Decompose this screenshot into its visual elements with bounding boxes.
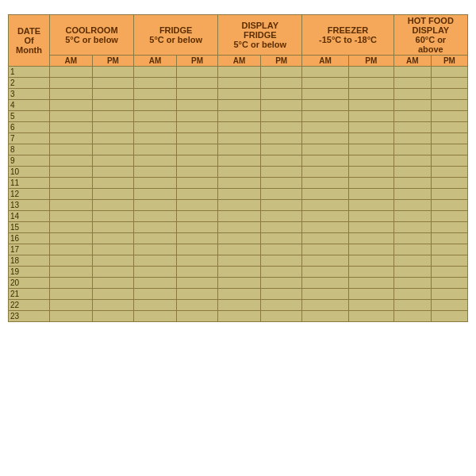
data-cell[interactable] xyxy=(176,211,217,222)
data-cell[interactable] xyxy=(260,78,301,89)
data-cell[interactable] xyxy=(393,289,431,300)
data-cell[interactable] xyxy=(176,300,217,311)
data-cell[interactable] xyxy=(176,144,217,155)
data-cell[interactable] xyxy=(348,211,393,222)
data-cell[interactable] xyxy=(431,78,467,89)
data-cell[interactable] xyxy=(134,200,177,211)
data-cell[interactable] xyxy=(393,133,431,144)
data-cell[interactable] xyxy=(302,89,348,100)
data-cell[interactable] xyxy=(431,122,467,133)
data-cell[interactable] xyxy=(431,267,467,278)
data-cell[interactable] xyxy=(302,67,348,78)
data-cell[interactable] xyxy=(348,89,393,100)
data-cell[interactable] xyxy=(260,289,301,300)
data-cell[interactable] xyxy=(50,178,93,189)
data-cell[interactable] xyxy=(92,300,133,311)
table-row[interactable]: 7 xyxy=(9,133,468,144)
data-cell[interactable] xyxy=(260,167,301,178)
data-cell[interactable] xyxy=(50,67,93,78)
data-cell[interactable] xyxy=(348,233,393,244)
data-cell[interactable] xyxy=(176,255,217,267)
data-cell[interactable] xyxy=(348,278,393,289)
data-cell[interactable] xyxy=(92,155,133,167)
data-cell[interactable] xyxy=(260,144,301,155)
data-cell[interactable] xyxy=(260,222,301,233)
data-cell[interactable] xyxy=(134,178,177,189)
data-cell[interactable] xyxy=(92,255,133,267)
data-cell[interactable] xyxy=(302,289,348,300)
table-row[interactable]: 18 xyxy=(9,255,468,267)
data-cell[interactable] xyxy=(348,122,393,133)
table-row[interactable]: 11 xyxy=(9,178,468,189)
data-cell[interactable] xyxy=(348,255,393,267)
data-cell[interactable] xyxy=(218,67,261,78)
data-cell[interactable] xyxy=(50,111,93,122)
data-cell[interactable] xyxy=(348,144,393,155)
data-cell[interactable] xyxy=(50,78,93,89)
data-cell[interactable] xyxy=(218,111,261,122)
data-cell[interactable] xyxy=(92,89,133,100)
data-cell[interactable] xyxy=(134,78,177,89)
data-cell[interactable] xyxy=(134,67,177,78)
data-cell[interactable] xyxy=(218,200,261,211)
data-cell[interactable] xyxy=(50,200,93,211)
data-cell[interactable] xyxy=(50,133,93,144)
data-cell[interactable] xyxy=(302,189,348,200)
data-cell[interactable] xyxy=(134,144,177,155)
data-cell[interactable] xyxy=(134,300,177,311)
data-cell[interactable] xyxy=(348,133,393,144)
data-cell[interactable] xyxy=(302,178,348,189)
data-cell[interactable] xyxy=(431,311,467,322)
data-cell[interactable] xyxy=(260,211,301,222)
data-cell[interactable] xyxy=(50,211,93,222)
data-cell[interactable] xyxy=(218,178,261,189)
data-cell[interactable] xyxy=(218,89,261,100)
table-row[interactable]: 21 xyxy=(9,289,468,300)
data-cell[interactable] xyxy=(50,222,93,233)
table-row[interactable]: 9 xyxy=(9,155,468,167)
data-cell[interactable] xyxy=(348,178,393,189)
table-row[interactable]: 20 xyxy=(9,278,468,289)
data-cell[interactable] xyxy=(218,278,261,289)
data-cell[interactable] xyxy=(431,89,467,100)
data-cell[interactable] xyxy=(176,267,217,278)
data-cell[interactable] xyxy=(260,300,301,311)
data-cell[interactable] xyxy=(393,111,431,122)
data-cell[interactable] xyxy=(50,144,93,155)
data-cell[interactable] xyxy=(50,122,93,133)
table-row[interactable]: 16 xyxy=(9,233,468,244)
data-cell[interactable] xyxy=(92,311,133,322)
data-cell[interactable] xyxy=(218,211,261,222)
data-cell[interactable] xyxy=(134,211,177,222)
data-cell[interactable] xyxy=(50,255,93,267)
table-row[interactable]: 10 xyxy=(9,167,468,178)
data-cell[interactable] xyxy=(92,289,133,300)
data-cell[interactable] xyxy=(431,222,467,233)
data-cell[interactable] xyxy=(348,222,393,233)
data-cell[interactable] xyxy=(348,100,393,111)
data-cell[interactable] xyxy=(260,133,301,144)
data-cell[interactable] xyxy=(134,167,177,178)
data-cell[interactable] xyxy=(302,278,348,289)
table-row[interactable]: 8 xyxy=(9,144,468,155)
data-cell[interactable] xyxy=(176,189,217,200)
data-cell[interactable] xyxy=(260,189,301,200)
data-cell[interactable] xyxy=(260,67,301,78)
data-cell[interactable] xyxy=(431,244,467,255)
data-cell[interactable] xyxy=(260,255,301,267)
table-row[interactable]: 13 xyxy=(9,200,468,211)
data-cell[interactable] xyxy=(348,189,393,200)
data-cell[interactable] xyxy=(393,311,431,322)
data-cell[interactable] xyxy=(260,155,301,167)
data-cell[interactable] xyxy=(431,111,467,122)
data-cell[interactable] xyxy=(431,100,467,111)
data-cell[interactable] xyxy=(431,200,467,211)
data-cell[interactable] xyxy=(348,300,393,311)
data-cell[interactable] xyxy=(431,255,467,267)
data-cell[interactable] xyxy=(176,78,217,89)
data-cell[interactable] xyxy=(92,67,133,78)
data-cell[interactable] xyxy=(176,133,217,144)
data-cell[interactable] xyxy=(218,144,261,155)
data-cell[interactable] xyxy=(176,155,217,167)
data-cell[interactable] xyxy=(393,244,431,255)
